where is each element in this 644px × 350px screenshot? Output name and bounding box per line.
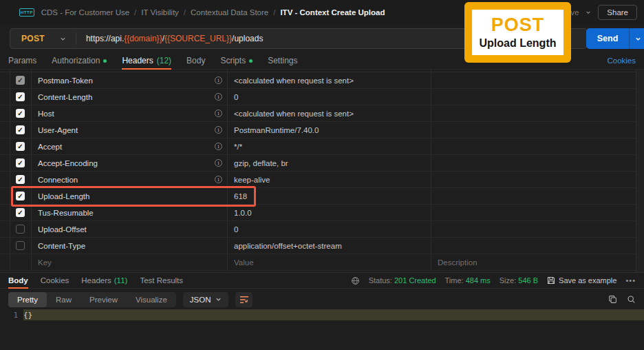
description-placeholder[interactable]: Description (431, 258, 636, 267)
tab-authorization[interactable]: Authorization (52, 52, 107, 70)
header-checkbox[interactable] (16, 208, 25, 217)
header-checkbox[interactable] (16, 192, 25, 200)
header-checkbox[interactable] (16, 92, 25, 101)
url-divider (76, 32, 76, 45)
header-key[interactable]: Upload-Offset (38, 225, 87, 234)
view-mode-switcher: Pretty Raw Preview Visualize (8, 292, 176, 307)
breadcrumb-item[interactable]: CDS - For Customer Use (41, 8, 129, 17)
network-icon[interactable] (351, 276, 360, 285)
info-icon (215, 93, 222, 101)
header-value[interactable]: <calculated when request is sent> (227, 76, 431, 85)
response-tab-body[interactable]: Body (8, 272, 28, 289)
breadcrumb-item[interactable]: IT Visibility (141, 8, 179, 17)
header-key[interactable]: Accept (38, 143, 62, 151)
header-value[interactable]: 618 (227, 192, 431, 200)
response-tab-tests[interactable]: Test Results (140, 272, 183, 289)
header-value[interactable]: */* (227, 143, 431, 151)
header-key[interactable]: Upload-Length (38, 192, 89, 200)
save-as-example-button[interactable]: Save as example (547, 276, 616, 285)
response-tab-cookies[interactable]: Cookies (41, 272, 69, 289)
header-checkbox[interactable] (16, 225, 25, 234)
url-text[interactable]: https://api.{{domain}}/{{SOURCE_URL}}/up… (86, 34, 264, 43)
method-chevron-icon[interactable] (60, 36, 66, 42)
share-button[interactable]: Share (598, 5, 637, 20)
headers-table: Postman-Token <calculated when request i… (0, 70, 636, 272)
wrap-lines-button[interactable] (235, 292, 253, 307)
wrap-lines-icon (239, 296, 249, 304)
tab-settings[interactable]: Settings (268, 52, 297, 70)
search-icon[interactable] (627, 295, 636, 304)
table-row: Accept */* (0, 138, 636, 155)
response-toolbar: Pretty Raw Preview Visualize JSON (0, 289, 644, 309)
postman-app: HTTP CDS - For Customer Use / IT Visibil… (0, 0, 644, 350)
header-key[interactable]: Content-Length (38, 93, 92, 101)
header-key[interactable]: Accept-Encoding (38, 159, 98, 167)
header-value[interactable]: 1.0.0 (227, 209, 431, 217)
header-key[interactable]: Host (38, 110, 54, 118)
table-scrollbar[interactable] (636, 70, 644, 272)
header-value[interactable]: 0 (227, 225, 431, 234)
header-value[interactable]: <calculated when request is sent> (227, 110, 431, 118)
header-checkbox[interactable] (16, 142, 25, 151)
header-checkbox[interactable] (16, 125, 25, 134)
breadcrumb-item[interactable]: Contextual Data Store (191, 8, 268, 17)
response-body-line[interactable]: {} (23, 309, 644, 320)
info-icon (215, 159, 222, 167)
line-number: 1 (0, 311, 23, 320)
response-tab-headers[interactable]: Headers(11) (81, 272, 127, 289)
column-divider (431, 70, 431, 272)
send-chevron-icon (635, 36, 641, 42)
view-pretty-button[interactable]: Pretty (8, 292, 47, 307)
header-key[interactable]: Connection (38, 176, 78, 184)
table-row-upload-length: Upload-Length 618 (0, 188, 636, 205)
breadcrumb-current: ITV - Context Create Upload (280, 8, 385, 17)
view-raw-button[interactable]: Raw (47, 292, 80, 307)
header-value[interactable]: PostmanRuntime/7.40.0 (227, 126, 431, 134)
header-checkbox[interactable] (16, 158, 25, 167)
value-placeholder[interactable]: Value (227, 258, 431, 267)
cookies-link[interactable]: Cookies (607, 56, 636, 65)
header-checkbox[interactable] (16, 76, 25, 85)
time-badge[interactable]: Time: 484 ms (445, 276, 491, 285)
header-checkbox[interactable] (16, 175, 25, 184)
column-divider (227, 70, 228, 272)
header-key[interactable]: Tus-Resumable (38, 209, 94, 217)
status-badge[interactable]: Status: 201 Created (369, 276, 436, 285)
tab-body[interactable]: Body (186, 52, 205, 70)
tab-scripts[interactable]: Scripts (220, 52, 253, 70)
annotation-callout: POST Upload Length (464, 2, 571, 63)
view-preview-button[interactable]: Preview (80, 292, 127, 307)
tab-headers[interactable]: Headers(12) (122, 52, 171, 70)
table-row: Host <calculated when request is sent> (0, 105, 636, 122)
breadcrumb: CDS - For Customer Use / IT Visibility /… (41, 8, 385, 17)
header-key[interactable]: Content-Type (38, 242, 85, 250)
format-dropdown[interactable]: JSON (183, 292, 229, 307)
header-value[interactable]: 0 (227, 93, 431, 101)
view-visualize-button[interactable]: Visualize (127, 292, 176, 307)
send-button[interactable]: Send (586, 28, 629, 49)
info-icon (215, 143, 222, 150)
tab-params[interactable]: Params (8, 52, 36, 70)
green-dot-icon (249, 59, 253, 63)
send-options-button[interactable] (629, 28, 644, 49)
table-row: Tus-Resumable 1.0.0 (0, 205, 636, 221)
header-checkbox[interactable] (16, 109, 25, 118)
header-key[interactable]: User-Agent (38, 126, 78, 134)
method-selector[interactable]: POST (21, 34, 45, 43)
header-key[interactable]: Postman-Token (38, 76, 93, 85)
header-value[interactable]: gzip, deflate, br (227, 159, 431, 167)
column-divider (31, 70, 32, 272)
save-menu-chevron-icon[interactable] (586, 10, 591, 15)
header-value[interactable]: application/offset+octet-stream (227, 242, 431, 250)
copy-icon[interactable] (608, 295, 617, 304)
key-placeholder[interactable]: Key (38, 258, 52, 267)
info-icon (215, 110, 222, 117)
green-dot-icon (103, 59, 107, 63)
header-value[interactable]: keep-alive (227, 176, 431, 184)
response-body-editor[interactable]: 1 {} (0, 309, 644, 350)
table-row: Connection keep-alive (0, 172, 636, 188)
save-icon (547, 276, 555, 285)
size-badge[interactable]: Size: 546 B (500, 276, 538, 285)
header-checkbox[interactable] (16, 241, 25, 250)
more-options-button[interactable]: ••• (625, 276, 636, 285)
